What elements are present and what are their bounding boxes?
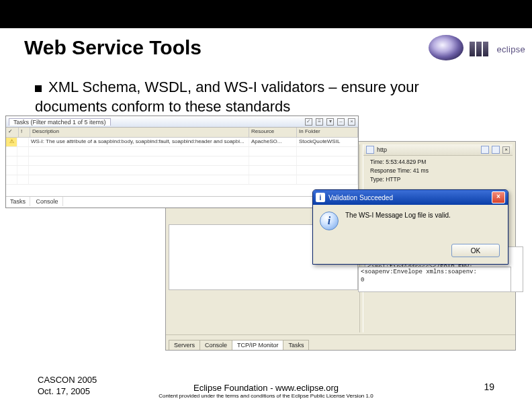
bullet-marker [35, 85, 42, 92]
col-icon[interactable]: ✓ [6, 128, 19, 137]
tasks-columns: ✓ ! Description Resource In Folder [6, 128, 358, 138]
tasks-view-tab[interactable]: Tasks (Filter matched 1 of 5 items) [9, 118, 111, 126]
dialog-titlebar[interactable]: i Validation Succeeded × [313, 190, 508, 205]
logo-text: eclipse [496, 44, 525, 54]
monitor-toolbar: http × [363, 144, 513, 156]
bullet-1: XML Schema, WSDL, and WS-I validators – … [35, 78, 494, 116]
monitor-summary: Time: 5:53:44.829 PM Response Time: 41 m… [370, 158, 511, 183]
priority-cell [17, 138, 29, 146]
dialog-message: The WS-I Message Log file is valid. [345, 212, 451, 219]
tab-console[interactable]: Console [200, 340, 232, 350]
view-close-icon[interactable]: × [502, 146, 510, 154]
task-row-empty [6, 147, 358, 156]
col-description[interactable]: Description [30, 128, 249, 137]
info-type: Type: HTTP [370, 175, 511, 184]
http-icon [366, 146, 374, 154]
eclipse-logo: eclipse [431, 31, 525, 60]
resource-cell: ApacheSO... [249, 138, 297, 146]
clear-icon[interactable] [492, 146, 500, 154]
tasks-view: Tasks (Filter matched 1 of 5 items) ✓ ≡ … [5, 116, 359, 208]
dialog-close-icon[interactable]: × [492, 191, 505, 203]
task-row[interactable]: ⚠ WS-I: The use attribute of a soapbind:… [6, 138, 358, 147]
warning-icon: ⚠ [6, 138, 17, 146]
tasks-filter-icon[interactable]: ≡ [316, 118, 323, 126]
tab-tasks[interactable]: Tasks [283, 340, 309, 350]
tab-tcpip-monitor[interactable]: TCP/IP Monitor [232, 340, 283, 350]
tasks-min-icon[interactable]: – [337, 118, 345, 126]
dialog-title: Validation Succeeded [328, 194, 393, 201]
code-line: <soapenv:Envelope xmlns:soapenv: [361, 269, 508, 277]
top-black-band [0, 0, 532, 28]
page-number: 19 [484, 381, 494, 392]
slide-title: Web Service Tools [24, 36, 202, 59]
info-icon: i [320, 212, 339, 230]
response-body-box[interactable]: <soapenv:Envelope xmlns:soapenv: 0 [358, 267, 511, 292]
info-time: Time: 5:53:44.829 PM [370, 158, 511, 167]
folder-cell: StockQuoteWSIL [297, 138, 358, 146]
col-folder[interactable]: In Folder [297, 128, 358, 137]
task-row-empty [6, 175, 358, 185]
eclipse-bottom-tabs: Servers Console TCP/IP Monitor Tasks [166, 334, 515, 350]
desc-cell: WS-I: The use attribute of a soapbind:bo… [29, 138, 249, 146]
tab-servers[interactable]: Servers [169, 340, 200, 350]
monitor-tab-label[interactable]: http [377, 146, 387, 153]
tasks-close-icon[interactable]: × [348, 118, 355, 126]
ok-button[interactable]: OK [451, 244, 500, 257]
bullet-text: XML Schema, WSDL, and WS-I validators – … [35, 79, 419, 115]
info-response: Response Time: 41 ms [370, 167, 511, 175]
task-row-empty [6, 156, 358, 166]
validation-dialog: i Validation Succeeded × i The WS-I Mess… [312, 189, 508, 265]
task-row-empty [6, 166, 358, 175]
dialog-app-icon: i [316, 193, 325, 202]
code-line: 0 [361, 277, 508, 285]
tasks-menu-icon[interactable]: ▾ [326, 118, 334, 126]
col-resource[interactable]: Resource [249, 128, 297, 137]
tasks-tool-icon[interactable]: ✓ [305, 118, 312, 126]
tasks-bottom-tabs: Tasks Console [6, 196, 358, 208]
bottom-tab-console[interactable]: Console [32, 197, 63, 206]
bottom-tab-tasks[interactable]: Tasks [6, 197, 30, 206]
sort-icon[interactable] [481, 146, 489, 154]
footer-center: Eclipse Foundation - www.eclipse.org Con… [0, 383, 532, 399]
col-priority[interactable]: ! [19, 128, 30, 137]
